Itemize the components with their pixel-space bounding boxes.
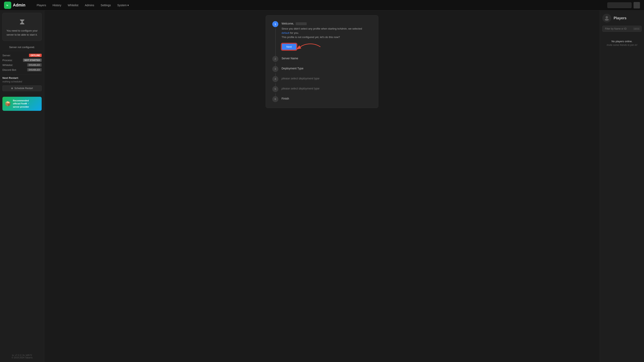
wizard-step-4: 4 please select deployment type [272,76,372,82]
step-title-3: Deployment Type [282,67,372,70]
default-profile-link[interactable]: default [282,31,290,34]
server-config-card: ⧗ You need to configure your server to b… [2,13,42,41]
step-content-4: please select deployment type [282,76,372,82]
svg-point-3 [606,16,608,18]
arrow-annotation [298,42,322,52]
process-label: Process: [2,59,13,62]
whitelist-status-badge: DISABLED [27,63,42,66]
version-text: tx: v7.2.2 | fx: b9572 [0,354,44,356]
step-title-4: please select deployment type [282,77,372,80]
server-config-text: You need to configure your server to be … [6,29,38,37]
server-label: Server: [2,54,11,57]
players-avatar-icon [602,14,611,22]
next-restart-title: Next Restart: [2,76,42,79]
username-placeholder [296,22,307,25]
discord-status-badge: DISABLED [27,68,42,71]
wizard-step-6: 6 Finish [272,96,372,102]
wizard-step-1: 1 Welcome, Since you didn't select any p… [272,21,372,52]
filter-input-wrapper: ctrl+k [602,26,642,32]
wizard-card: 1 Welcome, Since you didn't select any p… [266,15,378,108]
step-circle-6: 6 [272,96,278,102]
schedule-restart-button[interactable]: ⊕ Schedule Restart [2,85,42,91]
players-header: Players [602,14,642,22]
zap-banner[interactable]: 📦 Recommended official FiveM ✓ server pr… [2,97,42,111]
step-content-1: Welcome, Since you didn't select any pro… [282,21,372,52]
step-circle-1: 1 [272,21,278,27]
filter-shortcut: ctrl+k [633,27,640,30]
zap-icon: 📦 [5,101,11,107]
navbar: tx Admin Players History Whitelist Admin… [0,0,644,10]
right-sidebar: Players ctrl+k No players online. Invite… [600,10,644,362]
step-content-2: Server Name [282,56,372,61]
players-title: Players [614,16,626,20]
plus-circle-icon: ⊕ [11,87,13,90]
step-circle-2: 2 [272,56,278,62]
whitelist-label: Whitelist: [2,63,13,66]
schedule-restart-label: Schedule Restart [14,87,33,90]
nav-right [607,2,640,8]
nav-settings[interactable]: Settings [98,0,114,10]
svg-point-4 [605,19,609,21]
nav-search-box [607,2,632,8]
brand: tx Admin [4,1,25,9]
step-content-3: Deployment Type [282,66,372,72]
zap-line3: server provider [13,105,30,108]
step-circle-3: 3 [272,66,278,72]
wizard-step-3: 3 Deployment Type [272,66,372,72]
step-title-6: Finish [282,97,372,100]
hourglass-icon: ⧗ [6,17,38,26]
server-status-card: Server not configured. Server: OFFLINE P… [2,43,42,93]
zap-line1: Recommended [13,99,30,102]
next-button[interactable]: Next [282,43,297,50]
status-row-whitelist: Whitelist: DISABLED [2,63,42,66]
copyright-text: © 2019-2024 Tabarra [0,356,44,359]
zap-line2: official FiveM ✓ [13,102,30,105]
no-players-title: No players online. [602,40,642,43]
step-title-1: Welcome, [282,22,372,25]
status-row-process: Process: NOT STARTED [2,58,42,62]
nav-whitelist[interactable]: Whitelist [64,0,82,10]
status-row-server: Server: OFFLINE [2,54,42,57]
brand-name: Admin [13,3,25,7]
step-circle-5: 5 [272,86,278,92]
no-players-section: No players online. Invite some friends t… [602,36,642,50]
nav-links: Players History Whitelist Admins Setting… [34,0,607,10]
server-status-badge: OFFLINE [29,54,42,57]
next-restart-section: Next Restart: nothing scheduled ⊕ Schedu… [2,74,42,91]
nav-history[interactable]: History [49,0,64,10]
step-content-5: please select deployment type [282,86,372,92]
no-players-subtitle: Invite some friends to join in! [602,44,642,46]
next-btn-container: Next [282,42,372,52]
wizard-step-2: 2 Server Name [272,56,372,62]
svg-text:tx: tx [6,4,8,6]
main-layout: ⧗ You need to configure your server to b… [0,10,644,362]
zap-text: Recommended official FiveM ✓ server prov… [13,99,30,108]
wizard-step-5: 5 please select deployment type [272,86,372,92]
server-not-configured-label: Server not configured. [2,46,42,51]
step-title-5: please select deployment type [282,87,372,90]
welcome-body: Since you didn't select any profile when… [282,27,372,39]
nav-avatar[interactable] [634,2,640,8]
brand-icon: tx [4,1,11,9]
nav-system[interactable]: System ▾ [114,0,132,10]
left-sidebar: ⧗ You need to configure your server to b… [0,10,44,362]
discord-label: Discord Bot: [2,68,17,71]
nav-players[interactable]: Players [34,0,49,10]
process-status-badge: NOT STARTED [23,58,42,62]
next-restart-value: nothing scheduled [2,80,42,83]
status-row-discord: Discord Bot: DISABLED [2,68,42,71]
step-title-2: Server Name [282,57,372,60]
sidebar-footer: tx: v7.2.2 | fx: b9572 © 2019-2024 Tabar… [0,352,44,359]
step-content-6: Finish [282,96,372,102]
step-circle-4: 4 [272,76,278,82]
main-content: 1 Welcome, Since you didn't select any p… [44,10,600,362]
nav-admins[interactable]: Admins [82,0,98,10]
